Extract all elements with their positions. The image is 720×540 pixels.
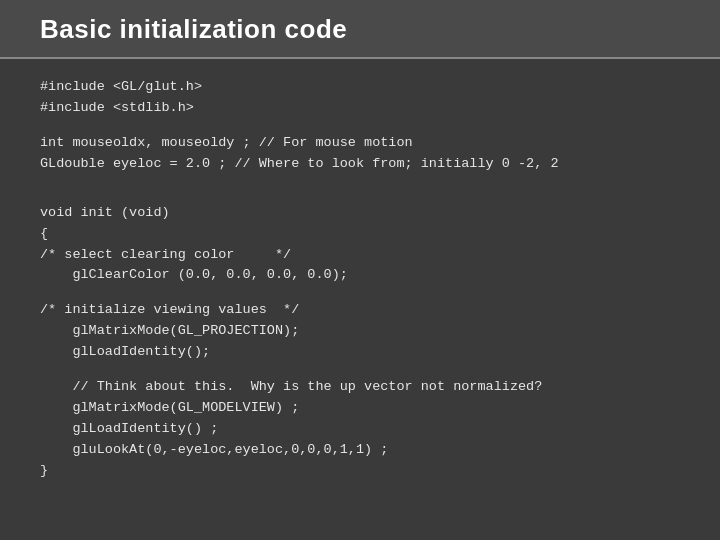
gap-1 — [40, 119, 680, 133]
viewing-block: /* initialize viewing values */ glMatrix… — [40, 300, 680, 363]
code-area: #include <GL/glut.h> #include <stdlib.h>… — [0, 59, 720, 540]
select-color-block: /* select clearing color */ glClearColor… — [40, 245, 680, 287]
slide-title: Basic initialization code — [40, 14, 347, 44]
includes-block: #include <GL/glut.h> #include <stdlib.h> — [40, 77, 680, 119]
title-bar: Basic initialization code — [0, 0, 720, 59]
gap-4 — [40, 286, 680, 300]
slide: Basic initialization code #include <GL/g… — [0, 0, 720, 540]
globals-block: int mouseoldx, mouseoldy ; // For mouse … — [40, 133, 680, 175]
gap-2 — [40, 175, 680, 189]
gap-5 — [40, 363, 680, 377]
think-block: // Think about this. Why is the up vecto… — [40, 377, 680, 482]
gap-3 — [40, 189, 680, 203]
void-init-block: void init (void) { — [40, 203, 680, 245]
